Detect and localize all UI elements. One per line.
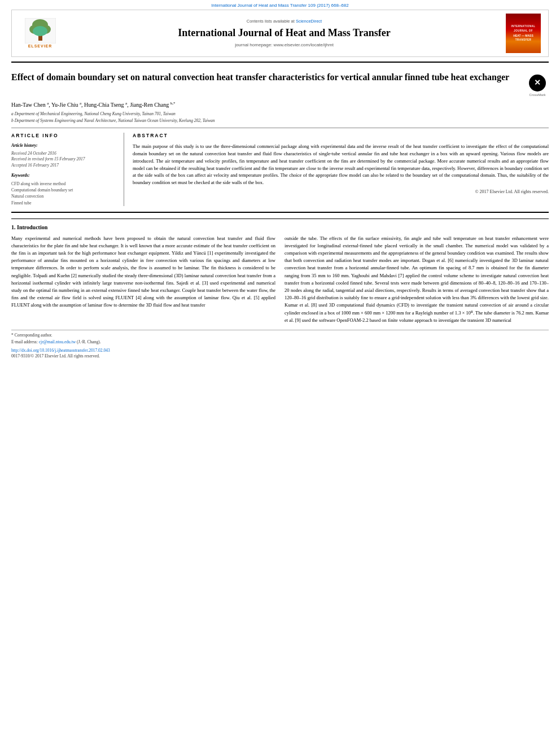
body-divider: [11, 212, 549, 213]
article-info-abstract-section: ARTICLE INFO Article history: Received 2…: [11, 128, 549, 206]
authors-line: Han-Taw Chen a, Yu-Jie Chiu a, Hung-Chia…: [11, 101, 549, 109]
science-direct-line: Contents lists available at ScienceDirec…: [68, 19, 500, 25]
article-title-section: Effect of domain boundary set on natural…: [11, 67, 549, 101]
intro-section-title: 1. Introduction: [11, 224, 549, 231]
issn-line: 0017-9310/© 2017 Elsevier Ltd. All right…: [11, 353, 549, 360]
body-two-col: Many experimental and numerical methods …: [11, 235, 549, 324]
keyword-4: Finned tube: [11, 200, 118, 206]
article-info-column: ARTICLE INFO Article history: Received 2…: [11, 133, 124, 206]
abstract-column: ABSTRACT The main purpose of this study …: [130, 133, 549, 206]
affiliation-b: b Department of Systems Engineering and …: [11, 118, 549, 124]
accepted-date: Accepted 16 February 2017: [11, 163, 118, 169]
journal-title: International Journal of Heat and Mass T…: [68, 26, 500, 40]
footer-section: * Corresponding author. E-mail address: …: [11, 330, 549, 360]
elsevier-tree-icon: [25, 18, 56, 43]
svg-point-5: [33, 26, 47, 36]
main-body: 1. Introduction Many experimental and nu…: [11, 219, 549, 324]
email-note: E-mail address: cjr@mail.ntou.edu.tw (J.…: [11, 339, 549, 346]
crossmark-label: CrossMark: [529, 93, 545, 97]
copyright-line: © 2017 Elsevier Ltd. All rights reserved…: [133, 189, 549, 195]
received-date: Received 24 October 2016: [11, 151, 118, 157]
revised-date: Received in revised form 15 February 201…: [11, 156, 118, 163]
article-info-heading: ARTICLE INFO: [11, 133, 118, 139]
body-right-col: outside the tube. The effects of the fin…: [285, 235, 549, 324]
elsevier-logo: ELSEVIER: [25, 18, 56, 49]
keyword-2: Computational domain boundary set: [11, 187, 118, 193]
keywords-label: Keywords:: [11, 173, 118, 179]
crossmark-icon: ✕: [529, 75, 546, 91]
doi-link[interactable]: http://dx.doi.org/10.1016/j.ijheatmasstr…: [11, 348, 549, 354]
elsevier-text: ELSEVIER: [28, 43, 53, 49]
body-right-text: outside the tube. The effects of the fin…: [285, 235, 549, 324]
elsevier-logo-section: ELSEVIER: [18, 18, 63, 49]
body-left-col: Many experimental and numerical methods …: [11, 235, 275, 324]
crossmark-section: ✕ CrossMark: [526, 75, 549, 97]
abstract-heading: ABSTRACT: [133, 133, 549, 139]
body-left-text: Many experimental and numerical methods …: [11, 235, 275, 309]
article-title: Effect of domain boundary set on natural…: [11, 72, 526, 84]
journal-homepage: journal homepage: www.elsevier.com/locat…: [68, 42, 500, 48]
top-journal-ref: International Journal of Heat and Mass T…: [0, 0, 560, 10]
article-history-label: Article history:: [11, 143, 118, 149]
corresponding-author-note: * Corresponding author.: [11, 333, 549, 339]
journal-logo-section: INTERNATIONAL JOURNAL OF HEAT — MASS TRA…: [506, 14, 542, 53]
journal-logo-box: INTERNATIONAL JOURNAL OF HEAT — MASS TRA…: [506, 14, 541, 53]
affiliation-a: a Department of Mechanical Engineering, …: [11, 111, 549, 117]
header-divider-thick: [11, 62, 549, 63]
keyword-3: Natural convection: [11, 193, 118, 199]
journal-header-center: Contents lists available at ScienceDirec…: [63, 19, 506, 49]
abstract-text: The main purpose of this study is to use…: [133, 143, 549, 186]
journal-header: ELSEVIER Contents lists available at Sci…: [11, 10, 549, 57]
authors-section: Han-Taw Chen a, Yu-Jie Chiu a, Hung-Chia…: [11, 101, 549, 124]
keyword-1: CFD along with inverse method: [11, 181, 118, 187]
